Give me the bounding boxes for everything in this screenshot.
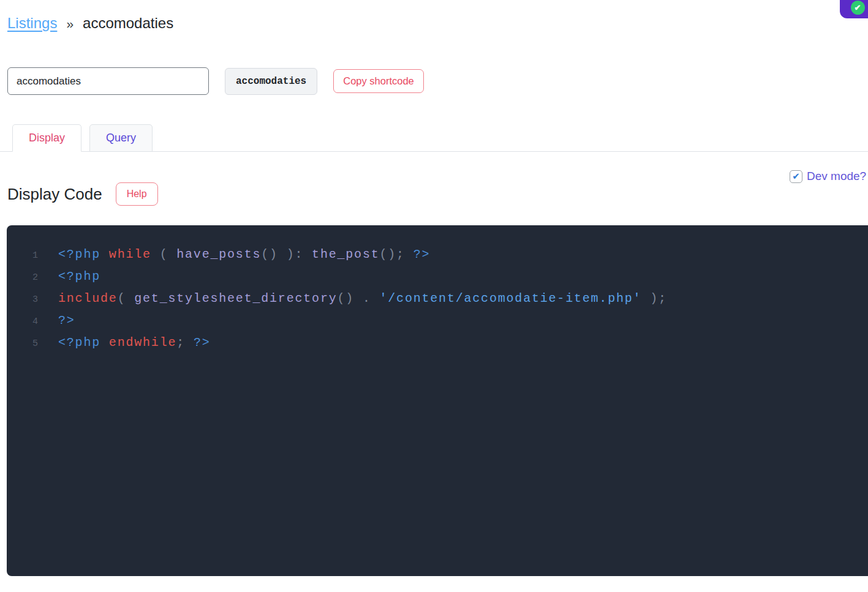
breadcrumb-listings-link[interactable]: Listings bbox=[7, 15, 57, 32]
help-button[interactable]: Help bbox=[116, 182, 158, 206]
code-text: <?php bbox=[58, 266, 100, 288]
code-line: 2<?php bbox=[7, 266, 868, 288]
line-number: 1 bbox=[7, 245, 38, 267]
code-editor[interactable]: 1<?php while ( have_posts() ): the_post(… bbox=[7, 225, 868, 576]
code-text: <?php while ( have_posts() ): the_post()… bbox=[58, 244, 430, 266]
code-text: include( get_stylesheet_directory() . '/… bbox=[58, 288, 667, 310]
code-line: 3include( get_stylesheet_directory() . '… bbox=[7, 288, 868, 310]
shortcode-toolbar: accomodaties Copy shortcode bbox=[7, 67, 868, 95]
tab-query[interactable]: Query bbox=[89, 124, 153, 152]
breadcrumb-current-page: accomodaties bbox=[83, 15, 173, 32]
code-text: ?> bbox=[58, 310, 75, 332]
section-title: Display Code bbox=[7, 185, 102, 204]
code-editor-lines: 1<?php while ( have_posts() ): the_post(… bbox=[7, 244, 868, 354]
line-number: 5 bbox=[7, 333, 38, 355]
line-number: 2 bbox=[7, 267, 38, 289]
tab-bar: Display Query bbox=[0, 124, 868, 152]
listing-name-input[interactable] bbox=[7, 67, 209, 95]
dev-mode-toggle[interactable]: ✔ Dev mode? bbox=[790, 170, 866, 183]
display-code-section-header: Display Code Help bbox=[7, 182, 868, 206]
shortcode-chip: accomodaties bbox=[225, 68, 317, 95]
code-line: 4?> bbox=[7, 310, 868, 332]
dev-mode-label: Dev mode? bbox=[807, 170, 866, 183]
saved-check-icon: ✔ bbox=[851, 1, 865, 15]
breadcrumb-separator: » bbox=[66, 17, 74, 31]
copy-shortcode-button[interactable]: Copy shortcode bbox=[333, 69, 424, 93]
dev-mode-checkbox[interactable]: ✔ bbox=[790, 170, 802, 183]
line-number: 4 bbox=[7, 311, 38, 333]
code-line: 5<?php endwhile; ?> bbox=[7, 332, 868, 354]
code-line: 1<?php while ( have_posts() ): the_post(… bbox=[7, 244, 868, 266]
breadcrumb: Listings » accomodaties bbox=[0, 0, 868, 32]
save-button[interactable]: ✔ bbox=[840, 0, 868, 18]
line-number: 3 bbox=[7, 289, 38, 311]
tab-display[interactable]: Display bbox=[12, 124, 81, 152]
code-text: <?php endwhile; ?> bbox=[58, 332, 210, 354]
